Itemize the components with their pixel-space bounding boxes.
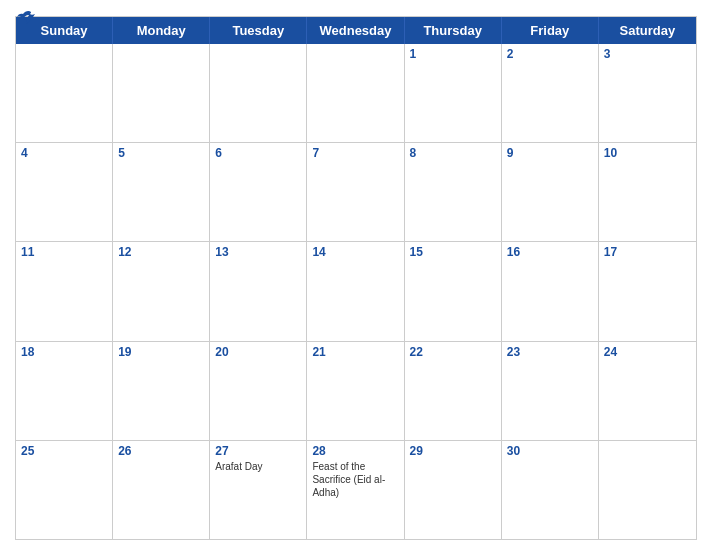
day-number: 11: [21, 245, 107, 259]
day-number: 17: [604, 245, 691, 259]
day-cell: 8: [405, 143, 502, 241]
event-text: Arafat Day: [215, 460, 301, 473]
day-cell: 2: [502, 44, 599, 142]
day-cell: 9: [502, 143, 599, 241]
day-number: 2: [507, 47, 593, 61]
day-number: 24: [604, 345, 691, 359]
day-cell: [599, 441, 696, 539]
day-number: 28: [312, 444, 398, 458]
day-number: 9: [507, 146, 593, 160]
day-number: 30: [507, 444, 593, 458]
day-number: 18: [21, 345, 107, 359]
day-cell: 19: [113, 342, 210, 440]
day-number: 29: [410, 444, 496, 458]
day-number: 15: [410, 245, 496, 259]
day-header-monday: Monday: [113, 17, 210, 44]
day-number: 10: [604, 146, 691, 160]
day-number: 22: [410, 345, 496, 359]
day-cell: 11: [16, 242, 113, 340]
day-number: 5: [118, 146, 204, 160]
day-cell: 28Feast of the Sacrifice (Eid al-Adha): [307, 441, 404, 539]
day-number: 27: [215, 444, 301, 458]
calendar-page: SundayMondayTuesdayWednesdayThursdayFrid…: [0, 0, 712, 550]
day-number: 4: [21, 146, 107, 160]
day-cell: [16, 44, 113, 142]
week-row-0: 123: [16, 44, 696, 142]
day-header-saturday: Saturday: [599, 17, 696, 44]
day-cell: 6: [210, 143, 307, 241]
day-number: 1: [410, 47, 496, 61]
day-number: 14: [312, 245, 398, 259]
day-cell: 4: [16, 143, 113, 241]
day-number: 26: [118, 444, 204, 458]
day-number: 13: [215, 245, 301, 259]
day-cell: [210, 44, 307, 142]
day-number: 12: [118, 245, 204, 259]
day-cell: 5: [113, 143, 210, 241]
day-number: 20: [215, 345, 301, 359]
day-header-wednesday: Wednesday: [307, 17, 404, 44]
event-text: Feast of the Sacrifice (Eid al-Adha): [312, 460, 398, 499]
day-cell: 16: [502, 242, 599, 340]
calendar-body: 1234567891011121314151617181920212223242…: [16, 44, 696, 539]
day-cell: 22: [405, 342, 502, 440]
day-number: 7: [312, 146, 398, 160]
day-cell: 23: [502, 342, 599, 440]
day-cell: 17: [599, 242, 696, 340]
day-cell: 14: [307, 242, 404, 340]
day-number: 25: [21, 444, 107, 458]
day-number: 16: [507, 245, 593, 259]
day-cell: 10: [599, 143, 696, 241]
week-row-1: 45678910: [16, 142, 696, 241]
day-cell: 21: [307, 342, 404, 440]
day-cell: [307, 44, 404, 142]
day-cell: 26: [113, 441, 210, 539]
calendar-grid: SundayMondayTuesdayWednesdayThursdayFrid…: [15, 16, 697, 540]
day-number: 23: [507, 345, 593, 359]
logo-bird-icon: [17, 10, 35, 24]
day-header-thursday: Thursday: [405, 17, 502, 44]
logo: [15, 10, 35, 24]
day-cell: 29: [405, 441, 502, 539]
day-cell: 24: [599, 342, 696, 440]
day-number: 3: [604, 47, 691, 61]
day-cell: 18: [16, 342, 113, 440]
day-cell: 13: [210, 242, 307, 340]
day-number: 21: [312, 345, 398, 359]
day-cell: 3: [599, 44, 696, 142]
week-row-3: 18192021222324: [16, 341, 696, 440]
day-number: 8: [410, 146, 496, 160]
day-cell: 15: [405, 242, 502, 340]
day-cell: 25: [16, 441, 113, 539]
week-row-4: 252627Arafat Day28Feast of the Sacrifice…: [16, 440, 696, 539]
day-cell: [113, 44, 210, 142]
week-row-2: 11121314151617: [16, 241, 696, 340]
day-cell: 1: [405, 44, 502, 142]
day-header-tuesday: Tuesday: [210, 17, 307, 44]
day-header-friday: Friday: [502, 17, 599, 44]
day-number: 19: [118, 345, 204, 359]
day-cell: 7: [307, 143, 404, 241]
day-cell: 20: [210, 342, 307, 440]
day-number: 6: [215, 146, 301, 160]
day-headers-row: SundayMondayTuesdayWednesdayThursdayFrid…: [16, 17, 696, 44]
day-cell: 12: [113, 242, 210, 340]
day-cell: 27Arafat Day: [210, 441, 307, 539]
day-cell: 30: [502, 441, 599, 539]
